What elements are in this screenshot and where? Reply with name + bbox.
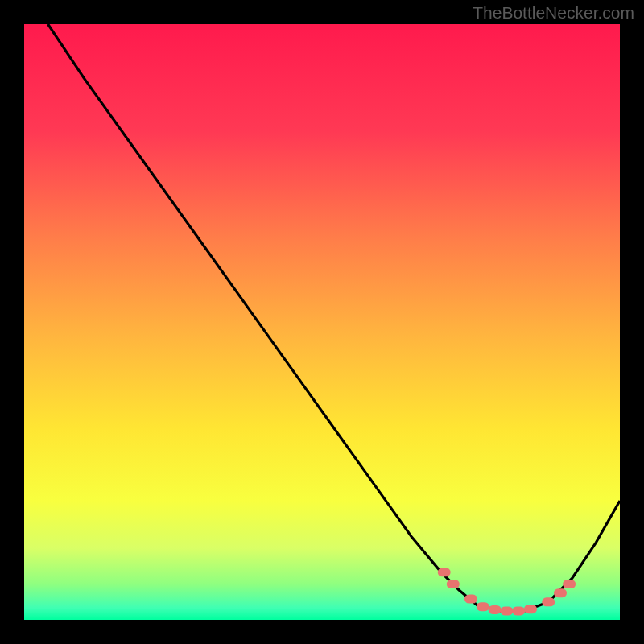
marker-dot bbox=[477, 602, 489, 611]
marker-dot bbox=[542, 597, 555, 606]
curve-layer bbox=[24, 24, 620, 620]
marker-dot bbox=[489, 605, 502, 614]
marker-dot bbox=[554, 588, 567, 597]
marker-dot bbox=[500, 606, 513, 615]
marker-dot bbox=[563, 580, 576, 588]
marker-dot bbox=[524, 605, 537, 613]
optimal-zone-markers bbox=[438, 568, 576, 615]
marker-dot bbox=[438, 568, 451, 576]
marker-dot bbox=[447, 580, 460, 588]
marker-dot bbox=[512, 606, 525, 615]
bottleneck-curve bbox=[48, 24, 620, 611]
marker-dot bbox=[464, 595, 477, 604]
watermark-text: TheBottleNecker.com bbox=[473, 3, 634, 23]
plot-area bbox=[24, 24, 620, 620]
